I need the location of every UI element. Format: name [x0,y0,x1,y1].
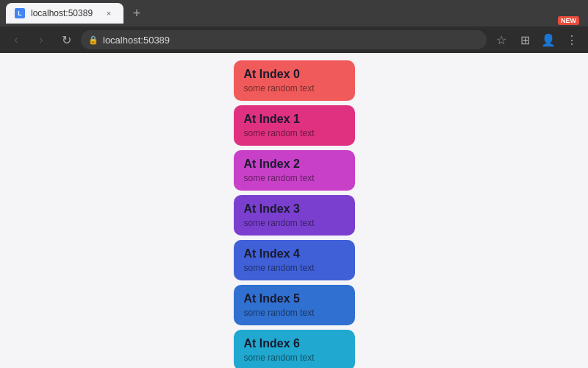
card-subtitle-0: some random text [244,83,345,93]
card-subtitle-2: some random text [244,173,345,183]
card-4[interactable]: At Index 4some random text [234,240,355,280]
card-title-2: At Index 2 [244,158,345,171]
card-title-5: At Index 5 [244,292,345,305]
star-button[interactable]: ☆ [491,29,512,50]
card-6[interactable]: At Index 6some random text [234,330,355,368]
tab-favicon: L [15,8,25,18]
tab-bar: L localhost:50389 × + NEW [0,0,588,26]
card-subtitle-1: some random text [244,128,345,138]
refresh-button[interactable]: ↻ [56,29,76,50]
forward-button[interactable]: › [31,29,51,50]
extensions-button[interactable]: ⊞ [514,29,535,50]
card-subtitle-5: some random text [244,308,345,318]
menu-button[interactable]: ⋮ [562,29,582,50]
address-text: localhost:50389 [103,35,170,46]
card-title-1: At Index 1 [244,113,345,126]
nav-bar: ‹ › ↻ 🔒 localhost:50389 ☆ ⊞ 👤 ⋮ [0,26,588,53]
card-subtitle-4: some random text [244,263,345,273]
lock-icon: 🔒 [88,35,98,45]
card-title-4: At Index 4 [244,247,345,261]
card-title-6: At Index 6 [244,337,345,350]
tab-title: localhost:50389 [31,8,93,18]
card-2[interactable]: At Index 2some random text [234,150,355,191]
tab-close-button[interactable]: × [103,7,115,19]
new-tab-badge: NEW [558,16,579,25]
card-subtitle-3: some random text [244,218,345,228]
browser-window: L localhost:50389 × + NEW ‹ › ↻ 🔒 localh… [0,0,588,368]
back-button[interactable]: ‹ [6,29,26,50]
card-title-3: At Index 3 [244,202,345,216]
card-1[interactable]: At Index 1some random text [234,105,355,146]
page-content: At Index 0some random textAt Index 1some… [0,53,588,368]
card-3[interactable]: At Index 3some random text [234,195,355,236]
card-0[interactable]: At Index 0some random text [234,60,355,101]
profile-button[interactable]: 👤 [538,29,559,50]
address-bar[interactable]: 🔒 localhost:50389 [81,30,487,49]
browser-actions: ☆ ⊞ 👤 ⋮ [491,29,582,50]
active-tab[interactable]: L localhost:50389 × [6,3,123,24]
card-subtitle-6: some random text [244,353,345,363]
card-title-0: At Index 0 [244,68,345,81]
new-tab-button[interactable]: + [126,3,147,24]
card-5[interactable]: At Index 5some random text [234,285,355,325]
